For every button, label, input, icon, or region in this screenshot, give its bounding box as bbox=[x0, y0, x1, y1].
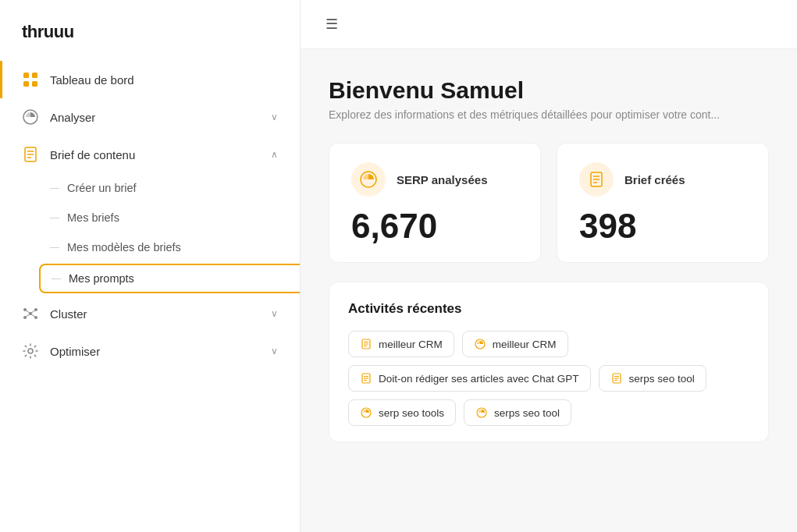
chart-tag-icon-5 bbox=[475, 406, 488, 419]
serp-stat-value: 6,670 bbox=[351, 209, 518, 243]
brief-stat-value: 398 bbox=[579, 209, 746, 243]
activity-tag-0[interactable]: meilleur CRM bbox=[348, 331, 454, 357]
brief-icon bbox=[22, 146, 39, 163]
svg-point-18 bbox=[28, 349, 33, 353]
svg-line-17 bbox=[30, 314, 36, 317]
svg-rect-0 bbox=[23, 73, 29, 78]
sidebar-item-creer-brief[interactable]: Créer un brief bbox=[50, 173, 300, 203]
sidebar-nav: Tableau de bord Analyser ∨ bbox=[0, 61, 300, 532]
dashboard-content: Bienvenu Samuel Explorez des information… bbox=[301, 49, 797, 458]
brief-stat-icon bbox=[579, 162, 614, 197]
sidebar-item-label-cluster: Cluster bbox=[50, 307, 265, 321]
activity-tag-label-5: serps seo tool bbox=[494, 407, 560, 419]
svg-rect-3 bbox=[32, 81, 37, 87]
activities-card: Activités récentes meilleur CRM bbox=[329, 282, 769, 442]
activity-tag-label-3: serps seo tool bbox=[629, 373, 695, 385]
sidebar-item-optimiser[interactable]: Optimiser ∨ bbox=[0, 332, 300, 370]
sidebar: thruuu Tableau de bord bbox=[0, 0, 301, 532]
sidebar-item-tableau-de-bord[interactable]: Tableau de bord bbox=[0, 61, 300, 98]
cluster-icon bbox=[22, 305, 39, 322]
sidebar-item-cluster[interactable]: Cluster ∨ bbox=[0, 295, 300, 332]
activity-tag-label-2: Doit-on rédiger ses articles avec Chat G… bbox=[379, 373, 579, 385]
sidebar-item-mes-modeles[interactable]: Mes modèles de briefs bbox=[50, 232, 300, 262]
dashboard-icon bbox=[22, 71, 39, 88]
chart-tag-icon-1 bbox=[474, 338, 486, 350]
brief-stat-label: Brief créés bbox=[624, 173, 685, 186]
sidebar-item-label-analyser: Analyser bbox=[50, 111, 265, 124]
sidebar-item-mes-briefs[interactable]: Mes briefs bbox=[50, 203, 300, 232]
stat-card-brief-header: Brief créés bbox=[579, 162, 746, 197]
welcome-title: Bienvenu Samuel bbox=[329, 77, 769, 104]
svg-line-14 bbox=[25, 310, 30, 314]
svg-line-15 bbox=[30, 310, 36, 314]
chart-icon bbox=[22, 108, 39, 126]
activity-tags: meilleur CRM meilleur CRM bbox=[348, 331, 749, 426]
brief-chevron-icon: ∧ bbox=[271, 149, 278, 160]
activity-tag-1[interactable]: meilleur CRM bbox=[462, 331, 568, 357]
svg-line-16 bbox=[25, 314, 30, 317]
activity-tag-label-4: serp seo tools bbox=[379, 407, 444, 419]
sidebar-item-label-optimiser: Optimiser bbox=[50, 345, 265, 358]
sidebar-item-label-tableau: Tableau de bord bbox=[50, 73, 278, 87]
brief-tag-icon-3 bbox=[610, 372, 623, 385]
main-content-area: ☰ Bienvenu Samuel Explorez des informati… bbox=[301, 0, 797, 532]
brief-tag-icon-0 bbox=[360, 338, 372, 350]
brief-tag-icon-2 bbox=[360, 372, 372, 385]
sidebar-item-brief[interactable]: Brief de contenu ∧ bbox=[0, 136, 300, 173]
stat-card-brief: Brief créés 398 bbox=[557, 143, 769, 263]
activity-tag-label-1: meilleur CRM bbox=[493, 339, 557, 350]
activity-tag-3[interactable]: serps seo tool bbox=[599, 365, 706, 392]
activity-tag-5[interactable]: serps seo tool bbox=[464, 399, 571, 426]
serp-stat-icon bbox=[351, 162, 386, 197]
activity-tag-label-0: meilleur CRM bbox=[379, 339, 443, 350]
optimiser-chevron-icon: ∨ bbox=[271, 346, 278, 356]
activity-tag-4[interactable]: serp seo tools bbox=[348, 399, 456, 426]
hamburger-icon[interactable]: ☰ bbox=[326, 16, 338, 33]
svg-rect-1 bbox=[32, 73, 37, 78]
cluster-chevron-icon: ∨ bbox=[271, 308, 278, 319]
sidebar-item-mes-prompts[interactable]: Mes prompts bbox=[39, 264, 300, 293]
analyser-chevron-icon: ∨ bbox=[271, 112, 278, 122]
activities-title: Activités récentes bbox=[348, 301, 749, 317]
chart-tag-icon-4 bbox=[360, 406, 372, 419]
stat-card-serp: SERP analysées 6,670 bbox=[329, 143, 541, 263]
activity-tag-2[interactable]: Doit-on rédiger ses articles avec Chat G… bbox=[348, 365, 591, 392]
optimiser-icon bbox=[22, 342, 39, 360]
app-logo: thruuu bbox=[0, 0, 300, 61]
welcome-subtitle: Explorez des informations et des métriqu… bbox=[329, 108, 769, 121]
main-header: ☰ bbox=[301, 0, 797, 49]
brief-sub-nav: Créer un brief Mes briefs Mes modèles de… bbox=[0, 173, 300, 293]
stat-card-serp-header: SERP analysées bbox=[351, 162, 518, 197]
serp-stat-label: SERP analysées bbox=[397, 173, 487, 186]
svg-rect-2 bbox=[23, 81, 29, 87]
sidebar-item-analyser[interactable]: Analyser ∨ bbox=[0, 98, 300, 136]
stats-row: SERP analysées 6,670 Brief créés bbox=[329, 143, 769, 263]
sidebar-item-label-brief: Brief de contenu bbox=[50, 148, 265, 161]
